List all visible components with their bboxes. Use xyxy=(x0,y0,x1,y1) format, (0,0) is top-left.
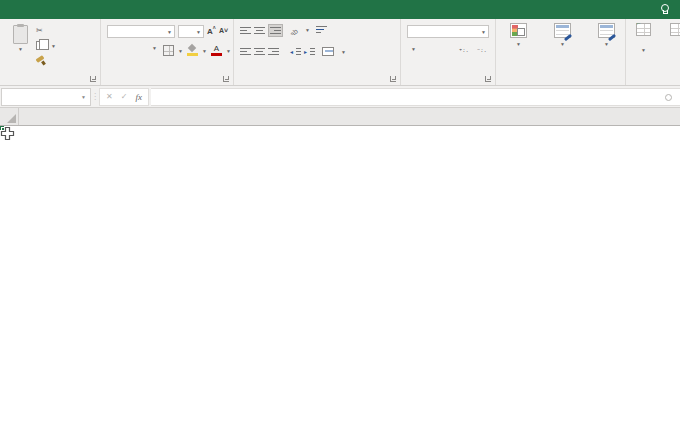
format-painter-icon xyxy=(36,56,45,65)
align-left-button[interactable] xyxy=(240,47,251,56)
formula-input[interactable] xyxy=(151,88,680,106)
formula-bar-separator: ⋮ xyxy=(91,92,99,101)
cell-styles-icon xyxy=(598,23,615,38)
font-color-icon: A xyxy=(211,45,222,56)
format-as-table-icon xyxy=(554,23,571,38)
cell-styles-button[interactable]: ▼ xyxy=(584,22,628,48)
number-group: ▼ ▼ ⁺٠̇٠ ⁻٠̇٠ xyxy=(401,19,496,85)
number-format-combo[interactable]: ▼ xyxy=(407,25,489,38)
wrap-text-icon xyxy=(316,25,327,34)
styles-group: ▼ ▼ ▼ xyxy=(496,19,626,85)
number-format-dropdown-icon: ▼ xyxy=(481,29,486,35)
name-box[interactable]: ▼ xyxy=(1,88,91,106)
insert-cells-button[interactable]: ▼ xyxy=(628,22,658,54)
cell-cursor-icon xyxy=(0,126,15,141)
select-all-corner[interactable] xyxy=(0,108,19,125)
align-bottom-icon xyxy=(270,26,281,35)
cancel-entry-icon[interactable]: ✕ xyxy=(106,92,113,101)
align-bottom-button[interactable] xyxy=(268,24,283,37)
column-header-row xyxy=(0,108,680,126)
cut-icon: ✂ xyxy=(36,26,43,35)
tell-me-box[interactable] xyxy=(660,0,680,19)
decrease-decimal-icon: ⁻٠̇٠ xyxy=(477,47,487,54)
accounting-format-button[interactable]: ▼ xyxy=(407,46,416,52)
fill-color-button[interactable]: ▼ xyxy=(187,45,207,56)
merge-center-dropdown-icon: ▼ xyxy=(341,49,346,55)
insert-function-icon[interactable]: fx xyxy=(135,92,142,102)
alignment-dialog-launcher[interactable] xyxy=(390,76,396,82)
orientation-button[interactable]: ▼ xyxy=(290,25,310,35)
font-name-combo[interactable]: ▼ xyxy=(107,25,175,38)
font-dialog-launcher[interactable] xyxy=(223,76,229,82)
align-center-icon xyxy=(254,47,265,56)
borders-button[interactable]: ▼ xyxy=(163,45,183,56)
insert-cells-icon xyxy=(636,23,651,36)
font-size-dropdown-icon: ▼ xyxy=(196,29,201,35)
conditional-formatting-icon xyxy=(510,23,527,38)
name-box-dropdown-icon: ▼ xyxy=(81,94,86,100)
clipboard-group: ▼ ✂ ▼ xyxy=(0,19,101,85)
cut-button[interactable]: ✂ xyxy=(36,26,46,35)
copy-button[interactable]: ▼ xyxy=(36,41,56,50)
wrap-text-button[interactable] xyxy=(316,25,330,34)
borders-icon xyxy=(163,45,174,56)
alignment-group: ▼ ▼ xyxy=(234,19,401,85)
orientation-icon xyxy=(290,25,301,35)
decrease-decimal-button[interactable]: ⁻٠̇٠ xyxy=(477,47,487,54)
accounting-dropdown-icon: ▼ xyxy=(411,46,416,52)
ribbon: ▼ ✂ ▼ ▼ ▼ A A˅ ▼ ▼ ▼ xyxy=(0,19,680,86)
increase-indent-icon xyxy=(304,47,315,56)
confirm-entry-icon[interactable]: ✓ xyxy=(121,92,128,101)
cells-group: ▼ xyxy=(626,19,680,85)
align-center-button[interactable] xyxy=(254,47,265,56)
underline-dropdown-icon: ▼ xyxy=(152,45,157,51)
fill-color-dropdown-icon: ▼ xyxy=(202,48,207,54)
font-group: ▼ ▼ A A˅ ▼ ▼ ▼ A▼ xyxy=(101,19,234,85)
align-middle-button[interactable] xyxy=(254,26,265,35)
align-middle-icon xyxy=(254,26,265,35)
format-as-table-button[interactable]: ▼ xyxy=(540,22,584,48)
font-name-dropdown-icon: ▼ xyxy=(167,29,172,35)
decrease-indent-button[interactable] xyxy=(290,47,301,56)
clipboard-dialog-launcher[interactable] xyxy=(90,76,96,82)
increase-font-size-button[interactable]: A xyxy=(207,25,216,36)
orientation-dropdown-icon: ▼ xyxy=(305,27,310,33)
align-top-button[interactable] xyxy=(240,26,251,35)
format-painter-button[interactable] xyxy=(36,56,48,65)
increase-decimal-icon: ⁺٠̇٠ xyxy=(459,47,469,54)
font-color-button[interactable]: A▼ xyxy=(211,45,231,56)
selected-cell-outline xyxy=(0,126,4,130)
conditional-formatting-button[interactable]: ▼ xyxy=(496,22,540,48)
increase-decimal-button[interactable]: ⁺٠̇٠ xyxy=(459,47,469,54)
spreadsheet-grid xyxy=(0,108,680,424)
decrease-indent-icon xyxy=(290,47,301,56)
increase-indent-button[interactable] xyxy=(304,47,315,56)
lightbulb-icon xyxy=(660,4,668,15)
copy-icon xyxy=(36,41,44,50)
fill-color-icon xyxy=(187,45,198,56)
formula-bar-buttons: ✕ ✓ fx xyxy=(99,88,149,106)
ribbon-tab-bar xyxy=(0,0,680,19)
delete-cells-button[interactable] xyxy=(662,22,680,38)
borders-dropdown-icon: ▼ xyxy=(178,48,183,54)
font-size-combo[interactable]: ▼ xyxy=(178,25,204,38)
paste-button[interactable]: ▼ xyxy=(6,23,34,69)
paste-icon xyxy=(13,25,28,44)
number-dialog-launcher[interactable] xyxy=(485,76,491,82)
delete-cells-icon xyxy=(670,23,680,36)
align-left-icon xyxy=(240,47,251,56)
formula-bar-row: ▼ ⋮ ✕ ✓ fx xyxy=(0,86,680,108)
decrease-font-size-button[interactable]: A˅ xyxy=(219,27,228,34)
font-color-dropdown-icon: ▼ xyxy=(226,48,231,54)
merge-center-button[interactable]: ▼ xyxy=(322,47,346,56)
align-right-icon xyxy=(268,47,279,56)
align-top-icon xyxy=(240,26,251,35)
merge-center-icon xyxy=(322,47,334,56)
align-right-button[interactable] xyxy=(268,47,279,56)
formula-bar-expand-icon[interactable] xyxy=(665,94,672,101)
copy-dropdown-icon: ▼ xyxy=(51,43,56,49)
paste-dropdown-icon: ▼ xyxy=(18,46,23,52)
fill-handle[interactable] xyxy=(1,127,5,131)
underline-button[interactable]: ▼ xyxy=(137,45,157,51)
